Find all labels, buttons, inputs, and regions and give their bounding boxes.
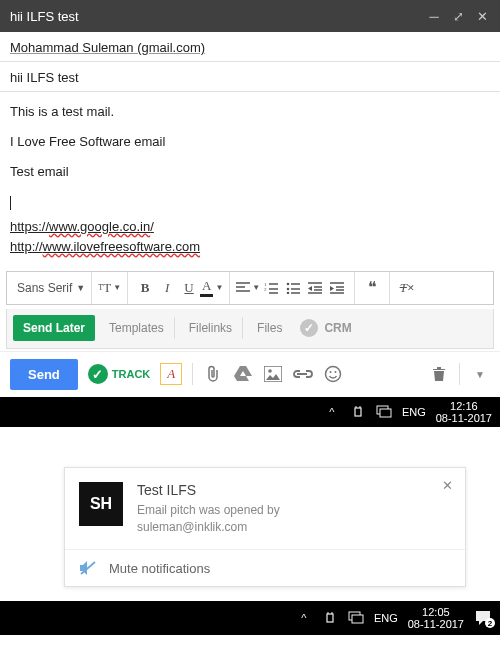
numbered-list-button[interactable]: 12 <box>260 277 282 299</box>
send-button[interactable]: Send <box>10 359 78 390</box>
mute-notifications-button[interactable]: Mute notifications <box>65 549 465 586</box>
taskbar-clock[interactable]: 12:16 08-11-2017 <box>436 400 492 424</box>
chevron-down-icon: ▼ <box>113 283 121 292</box>
more-options-icon[interactable]: ▼ <box>470 364 490 384</box>
body-line: I Love Free Software email <box>10 132 490 152</box>
language-indicator[interactable]: ENG <box>402 406 426 418</box>
indent-less-button[interactable] <box>304 277 326 299</box>
subject-field[interactable]: hii ILFS test <box>0 62 500 92</box>
chevron-up-icon[interactable]: ^ <box>296 612 312 624</box>
notification-body: Email pitch was opened by suleman@inklik… <box>137 502 280 536</box>
window-title: hii ILFS test <box>10 9 418 24</box>
power-icon[interactable] <box>350 405 366 419</box>
expand-icon[interactable]: ⤢ <box>450 9 466 24</box>
send-later-button[interactable]: Send Later <box>13 315 95 341</box>
discard-icon[interactable] <box>429 364 449 384</box>
files-button[interactable]: Files <box>247 317 292 339</box>
emoji-icon[interactable] <box>323 364 343 384</box>
notification-title: Test ILFS <box>137 482 280 498</box>
image-icon[interactable] <box>263 364 283 384</box>
network-icon[interactable] <box>348 611 364 625</box>
body-line: This is a test mail. <box>10 102 490 122</box>
saleshandy-toolbar: Send Later Templates Filelinks Files ✓ C… <box>6 309 494 349</box>
network-icon[interactable] <box>376 405 392 419</box>
indent-more-button[interactable] <box>326 277 348 299</box>
svg-text:2: 2 <box>264 287 267 292</box>
svg-rect-13 <box>327 614 333 622</box>
underline-button[interactable]: U <box>178 277 200 299</box>
svg-point-3 <box>287 288 290 291</box>
language-indicator[interactable]: ENG <box>374 612 398 624</box>
body-line: Test email <box>10 162 490 182</box>
bold-button[interactable]: B <box>134 277 156 299</box>
notification-toast: SH Test ILFS Email pitch was opened by s… <box>64 467 466 588</box>
notification-count: 2 <box>485 618 495 628</box>
align-button[interactable]: ▼ <box>236 277 260 299</box>
templates-button[interactable]: Templates <box>99 317 175 339</box>
attach-icon[interactable] <box>203 364 223 384</box>
svg-point-8 <box>330 371 332 373</box>
svg-point-4 <box>287 292 290 294</box>
format-toolbar: Sans Serif ▼ TT▼ B I U A▼ ▼ 12 ❝ T✕ <box>6 271 494 305</box>
body-link[interactable]: https://www.google.co.in/ <box>10 217 490 237</box>
svg-point-7 <box>326 367 341 382</box>
taskbar-clock[interactable]: 12:05 08-11-2017 <box>408 606 464 630</box>
font-size-select[interactable]: TT▼ <box>98 277 121 299</box>
body-link[interactable]: http://www.ilovefreesoftware.com <box>10 237 490 257</box>
quote-button[interactable]: ❝ <box>361 277 383 299</box>
compose-body[interactable]: This is a test mail. I Love Free Softwar… <box>0 92 500 267</box>
chevron-down-icon: ▼ <box>76 283 85 293</box>
svg-rect-15 <box>352 615 363 623</box>
track-toggle[interactable]: ✓ TRACK <box>88 364 151 384</box>
chevron-up-icon[interactable]: ^ <box>324 406 340 418</box>
taskbar-top: ^ ENG 12:16 08-11-2017 <box>0 397 500 427</box>
link-icon[interactable] <box>293 364 313 384</box>
power-icon[interactable] <box>322 611 338 625</box>
font-family-select[interactable]: Sans Serif ▼ <box>17 281 85 295</box>
italic-button[interactable]: I <box>156 277 178 299</box>
text-color-button[interactable]: A▼ <box>200 277 223 299</box>
recipient-field[interactable]: Mohammad Suleman (gmail.com) <box>0 32 500 62</box>
clear-format-button[interactable]: T✕ <box>396 277 418 299</box>
taskbar-bottom: ^ ENG 12:05 08-11-2017 2 <box>0 601 500 635</box>
crm-button[interactable]: ✓ CRM <box>300 319 351 337</box>
compose-titlebar: hii ILFS test ─ ⤢ ✕ <box>0 0 500 32</box>
recipient-chip[interactable]: Mohammad Suleman (gmail.com) <box>10 40 205 55</box>
svg-rect-12 <box>380 409 391 417</box>
text-cursor <box>10 196 11 210</box>
check-icon: ✓ <box>300 319 318 337</box>
mute-icon <box>79 560 97 576</box>
check-icon: ✓ <box>88 364 108 384</box>
filelinks-button[interactable]: Filelinks <box>179 317 243 339</box>
svg-point-6 <box>268 370 272 374</box>
svg-rect-10 <box>355 408 361 416</box>
send-toolbar: Send ✓ TRACK A ▼ <box>0 351 500 397</box>
drive-icon[interactable] <box>233 364 253 384</box>
action-center-icon[interactable]: 2 <box>474 610 492 626</box>
mute-label: Mute notifications <box>109 561 210 576</box>
bullet-list-button[interactable] <box>282 277 304 299</box>
close-icon[interactable]: ✕ <box>474 9 490 24</box>
subject-text: hii ILFS test <box>10 70 79 85</box>
signature-button[interactable]: A <box>160 363 182 385</box>
app-logo: SH <box>79 482 123 526</box>
svg-point-2 <box>287 283 290 286</box>
svg-point-9 <box>335 371 337 373</box>
minimize-icon[interactable]: ─ <box>426 9 442 24</box>
close-icon[interactable]: ✕ <box>442 478 453 493</box>
